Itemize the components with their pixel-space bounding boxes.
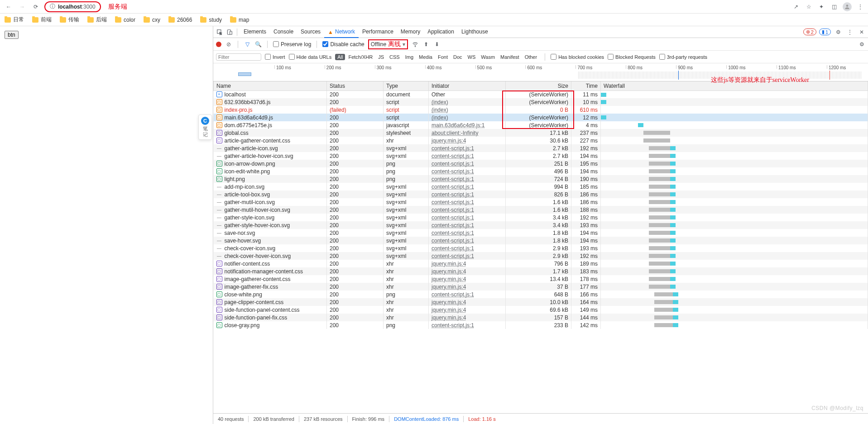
table-row[interactable]: ▢index-pro.js(failed)script(index)0 B610… [214,106,868,114]
bookmark-item[interactable]: color [115,17,135,23]
wifi-icon[interactable] [412,41,419,48]
table-row[interactable]: —gather-article-hover-icon.svg200svg+xml… [214,152,868,160]
table-row[interactable]: —gather-mutil-hover-icon.svg200svg+xmlco… [214,206,868,214]
initiator-link[interactable]: jquery.min.js:4 [432,268,466,275]
error-count-badge[interactable]: ⊗ 2 [803,29,816,35]
address-bar[interactable]: ⓘ localhost:3000 [44,1,101,12]
page-btn[interactable]: btn [5,31,19,39]
device-toggle-icon[interactable] [225,28,234,37]
table-row[interactable]: ▢notifier-content.css200xhrjquery.min.js… [214,260,868,267]
third-party-checkbox[interactable]: 3rd-party requests [659,54,707,60]
bookmark-star-icon[interactable]: ☆ [805,3,813,11]
initiator-link[interactable]: jquery.min.js:4 [432,276,466,282]
table-row[interactable]: —save-nor.svg200svg+xmlcontent-script.js… [214,229,868,237]
initiator-link[interactable]: jquery.min.js:4 [432,261,466,267]
filter-input[interactable] [216,53,261,61]
filter-chip-wasm[interactable]: Wasm [479,54,497,60]
bookmark-item[interactable]: 前端 [32,16,52,24]
sidepanel-icon[interactable]: ◫ [830,3,838,11]
table-row[interactable]: ▢side-function-panel-fix.css200xhrjquery… [214,314,868,321]
initiator-link[interactable]: jquery.min.js:4 [432,314,466,321]
table-row[interactable]: ▢632.936bb437d6.js200script(index)(Servi… [214,98,868,106]
record-icon[interactable] [216,42,221,47]
table-row[interactable]: ▢notification-manager-content.css200xhrj… [214,267,868,275]
devtools-tab-sources[interactable]: Sources [297,26,324,38]
filter-chip-img[interactable]: Img [403,54,416,60]
bookmark-item[interactable]: 日常 [5,16,24,24]
table-row[interactable]: —gather-style-icon.svg200svg+xmlcontent-… [214,214,868,221]
filter-chip-js[interactable]: JS [376,54,386,60]
initiator-link[interactable]: content-script.js:1 [432,253,474,259]
table-row[interactable]: ≡localhost200documentOther(ServiceWorker… [214,91,868,98]
filter-chip-all[interactable]: All [335,54,345,60]
filter-chip-font[interactable]: Font [436,54,450,60]
table-row[interactable]: ▢main.63d6a6c4d9.js200script(index)(Serv… [214,114,868,121]
initiator-link[interactable]: jquery.min.js:4 [432,307,466,313]
table-row[interactable]: —check-cover-hover-icon.svg200svg+xmlcon… [214,252,868,260]
initiator-link[interactable]: jquery.min.js:4 [432,138,466,144]
more-icon[interactable]: ⋮ [845,28,854,37]
table-row[interactable]: ▢image-gatherer-content.css200xhrjquery.… [214,275,868,283]
initiator-link[interactable]: content-script.js:1 [432,161,474,167]
table-row[interactable]: ▢light.png200pngcontent-script.js:1724 B… [214,175,868,183]
initiator-link[interactable]: (index) [432,114,448,121]
initiator-link[interactable]: main.63d6a6c4d9.js:1 [432,122,484,129]
nav-back-icon[interactable]: ← [4,2,14,12]
table-row[interactable]: ▢close-white.png200pngcontent-script.js:… [214,291,868,298]
initiator-link[interactable]: jquery.min.js:4 [432,299,466,305]
blocked-requests-checkbox[interactable]: Blocked Requests [608,54,656,60]
table-row[interactable]: ▢dom.d6775e175e.js200javascriptmain.63d6… [214,121,868,129]
initiator-link[interactable]: content-script.js:1 [432,230,474,236]
filter-chip-other[interactable]: Other [523,54,540,60]
bookmark-item[interactable]: 后端 [87,16,107,24]
initiator-link[interactable]: content-script.js:1 [432,207,474,213]
table-row[interactable]: ▢global.css200stylesheetabout:client:-In… [214,129,868,137]
table-row[interactable]: —check-cover-icon.svg200svg+xmlcontent-s… [214,244,868,252]
table-row[interactable]: —gather-article-icon.svg200svg+xmlconten… [214,144,868,152]
filter-chip-media[interactable]: Media [417,54,435,60]
table-row[interactable]: —save-hover.svg200svg+xmlcontent-script.… [214,237,868,244]
column-header-size[interactable]: Size [506,81,571,91]
devtools-tab-elements[interactable]: Elements [240,26,270,38]
initiator-link[interactable]: content-script.js:1 [432,153,474,159]
bookmark-item[interactable]: cxy [144,17,160,23]
devtools-tab-network[interactable]: ▲ Network [324,26,359,38]
initiator-link[interactable]: content-script.js:1 [432,245,474,252]
initiator-link[interactable]: content-script.js:1 [432,184,474,190]
bookmark-item[interactable]: 传输 [60,16,79,24]
inspect-icon[interactable] [215,28,224,37]
initiator-link[interactable]: jquery.min.js:4 [432,284,466,290]
initiator-link[interactable]: (index) [432,99,448,105]
column-header-type[interactable]: Type [384,81,429,91]
table-row[interactable]: ▢icon-arrow-down.png200pngcontent-script… [214,160,868,167]
nav-reload-icon[interactable]: ⟳ [31,2,41,12]
preserve-log-checkbox[interactable]: Preserve log [273,41,311,48]
initiator-link[interactable]: content-script.js:1 [432,191,474,198]
initiator-link[interactable]: content-script.js:1 [432,322,474,329]
filter-chip-doc[interactable]: Doc [451,54,465,60]
extensions-icon[interactable]: ✦ [817,3,825,11]
table-row[interactable]: —gather-mutil-icon.svg200svg+xmlcontent-… [214,198,868,206]
filter-chip-manifest[interactable]: Manifest [498,54,522,60]
notes-widget[interactable]: C 笔 记 [198,114,212,140]
table-row[interactable]: ▢image-gatherer-fix.css200xhrjquery.min.… [214,283,868,291]
devtools-tab-application[interactable]: Application [424,26,458,38]
devtools-tab-performance[interactable]: Performance [359,26,397,38]
initiator-link[interactable]: content-script.js:1 [432,238,474,244]
bookmark-item[interactable]: 26066 [168,17,192,23]
site-info-icon[interactable]: ⓘ [50,3,55,10]
initiator-link[interactable]: content-script.js:1 [432,168,474,175]
timeline-overview[interactable]: 100 ms200 ms300 ms400 ms500 ms600 ms700 … [213,63,868,81]
bookmark-item[interactable]: study [200,17,222,23]
table-row[interactable]: ▢close-gray.png200pngcontent-script.js:1… [214,321,868,329]
filter-toggle-icon[interactable]: ▽ [244,41,251,48]
profile-avatar-icon[interactable] [843,2,852,11]
initiator-link[interactable]: content-script.js:1 [432,222,474,229]
menu-icon[interactable]: ⋮ [856,3,864,11]
info-count-badge[interactable]: ▮ 1 [819,29,831,35]
devtools-tab-console[interactable]: Console [270,26,297,38]
initiator-link[interactable]: about:client:-Infinity [432,130,478,136]
column-header-name[interactable]: Name [214,81,327,91]
column-header-initiator[interactable]: Initiator [429,81,506,91]
table-row[interactable]: ▢side-function-panel-content.css200xhrjq… [214,306,868,314]
